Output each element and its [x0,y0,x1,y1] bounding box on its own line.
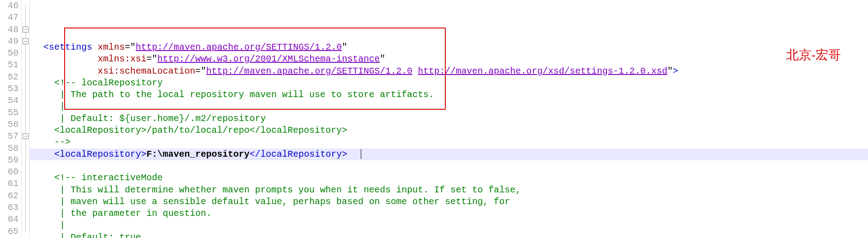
code-line[interactable]: | [30,101,868,112]
line-number: 65 [0,226,19,238]
line-number: 64 [0,214,19,225]
token-url: http://maven.apache.org/SETTINGS/1.2.0 [206,66,412,76]
token-comment: <localRepository>/path/to/local/repo</lo… [54,125,347,135]
token-op: = [146,54,152,64]
token-url: http://www.w3.org/2001/XMLSchema-instanc… [157,54,380,64]
token-txtval: F:\maven_repository [146,149,250,159]
token-comment: | [60,101,65,112]
token-plain [92,42,98,52]
line-number: 47 [0,12,19,23]
token-plain: " [380,54,385,64]
token-tag: > [673,66,678,76]
token-url: http://maven.apache.org/xsd/settings-1.2… [418,66,667,76]
token-comment: --> [54,137,71,147]
line-number-gutter: 4647484950515253545556575859606162636465 [0,0,22,238]
line-number: 54 [0,95,19,107]
token-url: http://maven.apache.org/SETTINGS/1.2.0 [136,42,342,52]
line-number: 50 [0,47,19,59]
token-comment: | This will determine whether maven prom… [60,185,521,195]
code-line[interactable]: | Default: true [30,232,868,238]
token-plain: " [667,66,673,76]
line-number: 56 [0,119,19,131]
line-number: 52 [0,71,19,83]
line-number: 53 [0,83,19,95]
code-line[interactable]: <!-- localRepository [30,77,868,89]
token-op: = [125,42,130,52]
token-plain: " [342,42,347,52]
token-tag: <settings [43,42,92,52]
token-op: = [195,66,201,76]
fold-toggle-icon[interactable]: − [23,38,28,44]
token-plain: " [130,42,136,52]
code-line[interactable]: <localRepository>F:\maven_repository</lo… [30,149,868,160]
token-attr: xmlns:xsi [98,54,146,64]
line-number: 60 [0,166,19,178]
line-number: 63 [0,202,19,214]
line-number: 55 [0,107,19,119]
line-number: 57 [0,131,19,142]
token-comment: | The path to the local repository maven… [60,89,434,100]
code-line[interactable]: <localRepository>/path/to/local/repo</lo… [30,125,868,136]
token-comment: | Default: ${user.home}/.m2/repository [60,113,266,124]
token-tag: <localRepository> [54,149,146,159]
code-line[interactable]: <settings xmlns="http://maven.apache.org… [30,42,868,53]
token-plain: " [201,66,206,76]
code-line[interactable]: --> [30,136,868,148]
fold-toggle-icon[interactable]: − [23,27,28,33]
line-number: 46 [0,0,19,12]
code-line[interactable]: | the parameter in question. [30,208,868,219]
line-number: 49 [0,36,19,47]
token-plain [412,66,418,76]
code-line[interactable]: | The path to the local repository maven… [30,89,868,101]
token-comment: | [60,220,65,230]
code-line[interactable]: | Default: ${user.home}/.m2/repository [30,113,868,125]
line-number: 58 [0,143,19,154]
token-comment: <!-- interactiveMode [54,173,163,183]
fold-column[interactable]: −−− [22,0,30,238]
code-editor[interactable]: 4647484950515253545556575859606162636465… [0,0,868,238]
token-comment: | the parameter in question. [60,208,212,219]
token-comment: | Default: true [60,232,141,238]
code-line[interactable]: xmlns:xsi="http://www.w3.org/2001/XMLSch… [30,53,868,65]
fold-toggle-icon[interactable]: − [23,133,28,139]
token-tag: </localRepository> [250,149,347,159]
code-line[interactable]: xsi:schemaLocation="http://maven.apache.… [30,65,868,77]
line-number: 61 [0,178,19,190]
token-comment: <!-- localRepository [54,78,163,88]
line-number: 51 [0,59,19,71]
code-line[interactable]: | maven will use a sensible default valu… [30,196,868,208]
line-number: 62 [0,190,19,202]
token-attr: xmlns [98,42,125,52]
token-plain: " [152,54,157,64]
code-line[interactable]: <!-- interactiveMode [30,172,868,184]
text-caret [361,149,361,159]
code-line[interactable]: | [30,219,868,231]
code-area[interactable]: 北京-宏哥 <settings xmlns="http://maven.apac… [30,0,868,238]
line-number: 59 [0,154,19,166]
code-line[interactable] [30,160,868,172]
code-line[interactable]: | This will determine whether maven prom… [30,184,868,196]
line-number: 48 [0,24,19,36]
token-attr: xsi:schemaLocation [98,66,195,76]
token-comment: | maven will use a sensible default valu… [60,196,510,207]
